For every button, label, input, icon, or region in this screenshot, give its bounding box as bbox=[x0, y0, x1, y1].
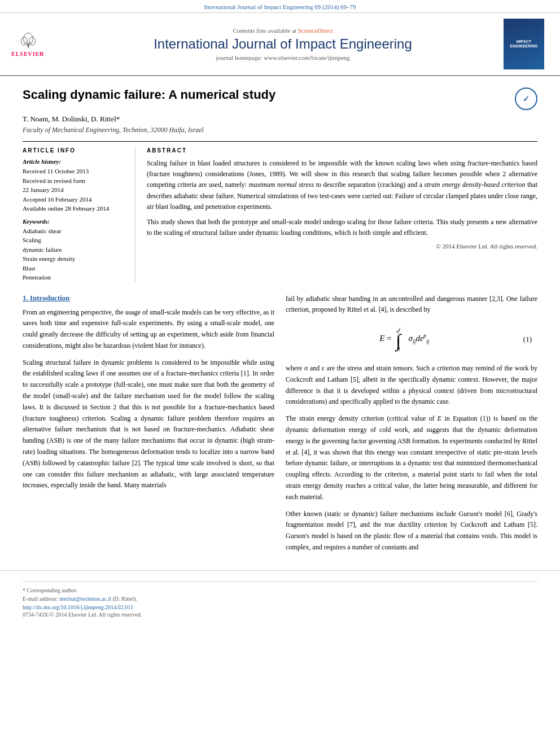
article-body: Scaling dynamic failure: A numerical stu… bbox=[0, 76, 560, 570]
keywords-label: Keywords: bbox=[23, 218, 126, 225]
article-footer: * Corresponding author. E-mail address: … bbox=[0, 570, 560, 622]
equation-number: (1) bbox=[523, 335, 537, 344]
article-info-column: ARTICLE INFO Article history: Received 1… bbox=[23, 147, 135, 282]
section1-para1: From an engineering perspective, the usa… bbox=[23, 307, 274, 352]
keyword-adiabatic: Adiabatic shear bbox=[23, 226, 126, 236]
section1-heading: 1. Introduction bbox=[23, 294, 274, 303]
abstract-text-2: This study shows that both the prototype… bbox=[147, 217, 537, 238]
abstract-text: Scaling failure in blast loaded structur… bbox=[147, 158, 537, 212]
section1-right-para1: fail by adiabatic shear banding in an un… bbox=[286, 294, 537, 316]
footer-divider bbox=[23, 581, 537, 582]
svg-rect-0 bbox=[28, 43, 29, 47]
crossmark-badge: ✓ bbox=[515, 88, 537, 110]
body-section: 1. Introduction From an engineering pers… bbox=[23, 294, 537, 559]
section1-right-para4: Other known (static or dynamic) failure … bbox=[286, 509, 537, 553]
equation-expression: E = εf ∫ 0 σijdεpij bbox=[286, 329, 523, 350]
abstract-column: ABSTRACT Scaling failure in blast loaded… bbox=[147, 147, 537, 282]
section1-right-para2: where σ and ε are the stress and strain … bbox=[286, 363, 537, 408]
journal-homepage: journal homepage: www.elsevier.com/locat… bbox=[62, 54, 504, 61]
sciencedirect-link[interactable]: ScienceDirect bbox=[298, 27, 333, 34]
keyword-dynamic-failure: dynamic failure bbox=[23, 245, 126, 255]
section1-right-para3: The strain energy density criterion (cri… bbox=[286, 413, 537, 503]
journal-cover-image: IMPACTENGINEERING bbox=[504, 19, 544, 69]
author-email[interactable]: meritut@technion.ac.il bbox=[59, 596, 111, 602]
sciencedirect-label: Contents lists available at ScienceDirec… bbox=[62, 27, 504, 34]
svg-point-3 bbox=[29, 37, 36, 45]
elsevier-brand-text: ELSEVIER bbox=[11, 51, 62, 57]
abstract-label: ABSTRACT bbox=[147, 147, 537, 154]
journal-title: International Journal of Impact Engineer… bbox=[62, 36, 504, 52]
article-info-label: ARTICLE INFO bbox=[23, 147, 126, 154]
email-line: E-mail address: meritut@technion.ac.il (… bbox=[23, 596, 537, 602]
body-left-column: 1. Introduction From an engineering pers… bbox=[23, 294, 274, 559]
article-title-text: Scaling dynamic failure: A numerical stu… bbox=[23, 88, 275, 102]
accepted-date: Accepted 16 February 2014 bbox=[23, 195, 126, 204]
keyword-scaling: Scaling bbox=[23, 235, 126, 245]
article-affiliation: Faculty of Mechanical Engineering, Techn… bbox=[23, 126, 537, 134]
corresponding-author-note: * Corresponding author. bbox=[23, 587, 537, 593]
doi-link[interactable]: http://dx.doi.org/10.1016/j.ijimpeng.201… bbox=[23, 604, 537, 610]
journal-header: ELSEVIER Contents lists available at Sci… bbox=[0, 13, 560, 76]
svg-point-2 bbox=[21, 37, 27, 45]
article-history-label: Article history: bbox=[23, 158, 126, 165]
article-title-row: Scaling dynamic failure: A numerical stu… bbox=[23, 88, 537, 110]
journal-cover-area: IMPACTENGINEERING bbox=[504, 19, 549, 69]
article-authors: T. Noam, M. Dolinski, D. Rittel* bbox=[23, 115, 537, 124]
keyword-blast: Blast bbox=[23, 264, 126, 273]
issn-copyright: 0734-743X/© 2014 Elsevier Ltd. All right… bbox=[23, 611, 537, 618]
equation-1: E = εf ∫ 0 σijdεpij (1) bbox=[286, 325, 537, 354]
elsevier-tree-icon bbox=[11, 32, 45, 49]
revised-date: Received in revised form22 January 2014 bbox=[23, 176, 126, 195]
cover-title-text: IMPACTENGINEERING bbox=[510, 40, 537, 49]
article-info-abstract-section: ARTICLE INFO Article history: Received 1… bbox=[23, 141, 537, 282]
available-date: Available online 28 February 2014 bbox=[23, 204, 126, 213]
copyright-text: © 2014 Elsevier Ltd. All rights reserved… bbox=[147, 243, 537, 250]
section1-para2: Scaling structural failure in dynamic pr… bbox=[23, 357, 274, 492]
elsevier-logo-area: ELSEVIER bbox=[11, 32, 62, 57]
journal-reference-text: International Journal of Impact Engineer… bbox=[204, 3, 356, 10]
received-date: Received 11 October 2013 bbox=[23, 167, 126, 176]
keyword-strain-energy: Strain energy density bbox=[23, 254, 126, 264]
body-right-column: fail by adiabatic shear banding in an un… bbox=[286, 294, 537, 559]
keyword-penetration: Penetration bbox=[23, 273, 126, 282]
journal-reference-bar: International Journal of Impact Engineer… bbox=[0, 0, 560, 13]
journal-title-area: Contents lists available at ScienceDirec… bbox=[62, 27, 504, 61]
